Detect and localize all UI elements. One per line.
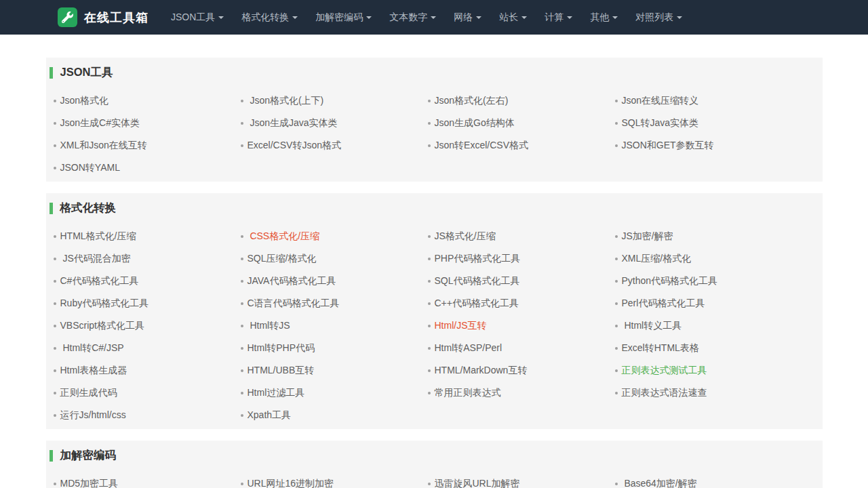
tool-link[interactable]: Excel转HTML表格: [622, 342, 699, 354]
chevron-down-icon: [476, 16, 481, 19]
tool-link[interactable]: Html表格生成器: [60, 365, 127, 377]
tool-list-item: 正则生成代码: [54, 382, 241, 404]
chevron-down-icon: [292, 16, 298, 19]
tool-link[interactable]: HTML/MarkDown互转: [435, 365, 528, 377]
tool-link[interactable]: XML和Json在线互转: [60, 140, 147, 152]
tool-link[interactable]: Json生成C#实体类: [60, 117, 140, 129]
bullet-icon: [54, 325, 56, 327]
tool-link[interactable]: JAVA代码格式化工具: [248, 275, 336, 287]
tool-link[interactable]: Python代码格式化工具: [622, 275, 718, 287]
tool-link[interactable]: 正则表达式测试工具: [622, 365, 707, 377]
tool-list-item: Html转ASP/Perl: [428, 337, 615, 359]
nav-item-others[interactable]: 其他: [581, 0, 627, 35]
tool-link[interactable]: C语言代码格式化工具: [248, 298, 340, 310]
tool-list-item: Xpath工具: [241, 404, 428, 426]
tool-link[interactable]: Base64加密/解密: [622, 478, 697, 488]
nav-menu: JSON工具 格式化转换 加解密编码 文本数字 网络 站长: [162, 0, 691, 35]
bullet-icon: [54, 144, 56, 147]
tool-link[interactable]: PHP代码格式化工具: [435, 253, 521, 265]
tool-link[interactable]: C#代码格式化工具: [60, 275, 139, 287]
tool-list-item: Html转义工具: [615, 314, 802, 337]
nav-item-text-number[interactable]: 文本数字: [380, 0, 445, 35]
nav-item-reference-list[interactable]: 对照列表: [627, 0, 691, 35]
tool-link[interactable]: C++代码格式化工具: [435, 298, 519, 310]
tool-link[interactable]: Html转JS: [248, 320, 290, 332]
bullet-icon: [615, 325, 618, 327]
bullet-icon: [615, 483, 618, 485]
tool-link[interactable]: XML压缩/格式化: [622, 253, 692, 265]
tool-link[interactable]: Html转义工具: [622, 320, 682, 332]
tool-link[interactable]: Json生成Go结构体: [435, 117, 515, 129]
tool-list-item: JSON转YAML: [54, 157, 241, 179]
tool-link[interactable]: Json转Excel/CSV格式: [435, 140, 528, 152]
tool-link[interactable]: SQL代码格式化工具: [435, 275, 520, 287]
tool-link[interactable]: Perl代码格式化工具: [622, 298, 705, 310]
section-title: 格式化转换: [60, 201, 117, 216]
tool-link[interactable]: VBScript格式化工具: [60, 320, 144, 332]
nav-item-label: 文本数字: [389, 12, 427, 24]
tool-link[interactable]: Json格式化(左右): [435, 95, 509, 107]
brand[interactable]: 在线工具箱: [58, 7, 149, 27]
nav-item-format-convert[interactable]: 格式化转换: [233, 0, 307, 35]
tool-link[interactable]: Html转PHP代码: [248, 342, 315, 354]
tool-list-item: Html/JS互转: [428, 314, 615, 337]
nav-item-json-tools[interactable]: JSON工具: [162, 0, 233, 35]
tool-link[interactable]: SQL压缩/格式化: [248, 253, 317, 265]
bullet-icon: [241, 100, 243, 102]
tool-list-item: 迅雷旋风URL加解密: [428, 472, 615, 488]
nav-item-network[interactable]: 网络: [445, 0, 490, 35]
tool-link[interactable]: JS加密/解密: [622, 230, 673, 243]
tool-list-item: 运行Js/html/css: [54, 404, 241, 426]
tool-link[interactable]: HTML/UBB互转: [248, 365, 315, 377]
chevron-down-icon: [218, 16, 224, 19]
tool-list-item: VBScript格式化工具: [54, 314, 241, 337]
tool-link[interactable]: JSON转YAML: [60, 162, 120, 174]
tool-link[interactable]: 正则表达式语法速查: [622, 387, 707, 399]
bullet-icon: [241, 235, 243, 238]
tool-link[interactable]: 运行Js/html/css: [60, 409, 126, 422]
tool-link[interactable]: Excel/CSV转Json格式: [248, 140, 341, 152]
tool-link[interactable]: MD5加密工具: [60, 478, 119, 488]
bullet-icon: [615, 235, 618, 238]
tool-list-item: SQL代码格式化工具: [428, 270, 615, 292]
tool-list-item: Excel转HTML表格: [615, 337, 802, 359]
tool-link[interactable]: Json在线压缩转义: [622, 95, 699, 107]
bullet-icon: [54, 347, 56, 350]
bullet-icon: [241, 122, 243, 125]
nav-item-calculate[interactable]: 计算: [536, 0, 581, 35]
tool-link[interactable]: 迅雷旋风URL加解密: [435, 478, 520, 488]
tool-link[interactable]: JS格式化/压缩: [435, 230, 496, 243]
bullet-icon: [54, 235, 56, 238]
nav-item-encrypt-encode[interactable]: 加解密编码: [307, 0, 380, 35]
section-accent-bar-icon: [50, 450, 53, 462]
bullet-icon: [241, 414, 243, 417]
bullet-icon: [54, 280, 56, 283]
tool-link[interactable]: 常用正则表达式: [435, 387, 501, 399]
nav-item-webmaster[interactable]: 站长: [490, 0, 536, 35]
tool-link[interactable]: SQL转Java实体类: [622, 117, 699, 129]
bullet-icon: [241, 369, 243, 372]
tool-link[interactable]: Json格式化: [60, 95, 109, 107]
tool-link[interactable]: JS代码混合加密: [60, 253, 131, 265]
tool-link[interactable]: Json生成Java实体类: [248, 117, 338, 129]
tool-link[interactable]: CSS格式化/压缩: [248, 230, 320, 243]
tool-link[interactable]: 正则生成代码: [60, 387, 117, 399]
tool-link[interactable]: Html转C#/JSP: [60, 342, 124, 354]
tool-link[interactable]: Html转ASP/Perl: [435, 342, 502, 354]
bullet-icon: [54, 414, 56, 417]
tool-link[interactable]: HTML格式化/压缩: [60, 230, 136, 243]
bullet-icon: [241, 302, 243, 305]
tool-link[interactable]: Json格式化(上下): [248, 95, 324, 107]
tool-list-item: XML和Json在线互转: [54, 134, 241, 157]
tool-list-item: Json生成C#实体类: [54, 112, 241, 134]
tool-link[interactable]: Html/JS互转: [435, 320, 487, 332]
tool-link[interactable]: Xpath工具: [248, 409, 292, 422]
section-title: 加解密编码: [60, 448, 117, 463]
bullet-icon: [428, 122, 431, 125]
tool-link[interactable]: URL网址16进制加密: [248, 478, 334, 488]
bullet-icon: [54, 302, 56, 305]
tool-link[interactable]: JSON和GET参数互转: [622, 140, 714, 152]
tool-link[interactable]: Html过滤工具: [248, 387, 305, 399]
section-encrypt-encode: 加解密编码 MD5加密工具 URL网址16进制加密 迅雷旋风URL加解密 Bas…: [46, 441, 823, 488]
tool-link[interactable]: Ruby代码格式化工具: [60, 298, 149, 310]
